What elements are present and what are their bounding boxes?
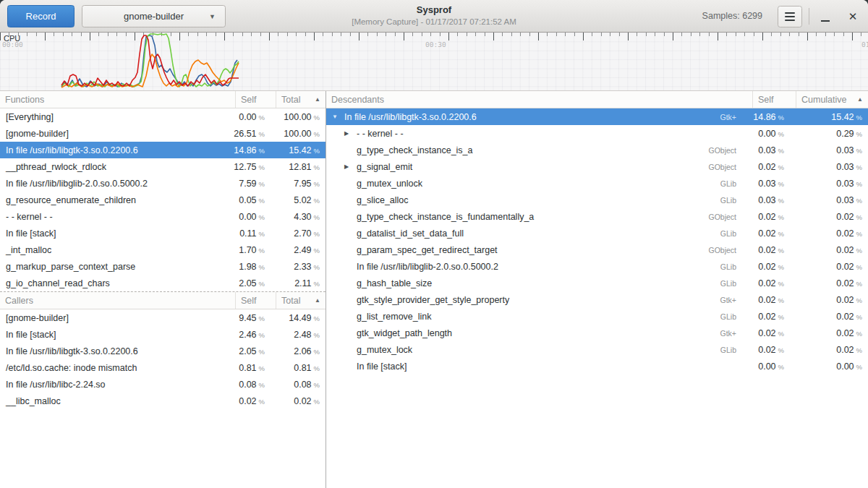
column-header-self[interactable]: Self bbox=[752, 91, 796, 108]
function-name: In file /usr/lib/libgtk-3.so.0.2200.6 bbox=[0, 145, 224, 155]
descendants-tree-row[interactable]: g_hash_table_sizeGLib0.02%0.02% bbox=[326, 275, 868, 291]
descendants-tree-row[interactable]: g_param_spec_get_redirect_targetGObject0… bbox=[326, 241, 868, 258]
total-percent: 5.02% bbox=[270, 195, 326, 205]
functions-table-row[interactable]: In file [stack]0.11%2.70% bbox=[0, 225, 326, 241]
chevron-down-icon: ▼ bbox=[209, 13, 216, 20]
total-value: 12.81 bbox=[289, 162, 311, 172]
percent-sign: % bbox=[778, 180, 784, 188]
descendants-tree-row[interactable]: In file /usr/lib/libglib-2.0.so.0.5000.2… bbox=[326, 258, 868, 275]
functions-table-row[interactable]: [Everything]0.00%100.00% bbox=[0, 108, 326, 125]
column-header-cumulative[interactable]: Cumulative ▲ bbox=[796, 91, 868, 108]
callers-table-row[interactable]: __libc_malloc0.02%0.02% bbox=[0, 393, 326, 409]
descendants-tree-row[interactable]: g_list_remove_linkGLib0.02%0.02% bbox=[326, 308, 868, 325]
expander-collapsed-icon[interactable]: ▶ bbox=[343, 163, 357, 170]
expander-collapsed-icon[interactable]: ▶ bbox=[343, 130, 357, 137]
hamburger-icon bbox=[785, 10, 795, 23]
functions-table: [Everything]0.00%100.00%[gnome-builder]2… bbox=[0, 108, 326, 291]
descendants-tree-row[interactable]: gtk_widget_path_lengthGtk+0.02%0.02% bbox=[326, 325, 868, 341]
callers-table-row[interactable]: In file /usr/lib/libc-2.24.so0.08%0.08% bbox=[0, 376, 326, 393]
descendants-tree-row[interactable]: g_type_check_instance_is_fundamentally_a… bbox=[326, 208, 868, 225]
descendants-tree-row[interactable]: g_datalist_id_set_data_fullGLib0.02%0.02… bbox=[326, 225, 868, 241]
left-pane: Functions Self Total ▲ [Everything]0.00%… bbox=[0, 91, 326, 488]
descendants-tree-row[interactable]: ▼In file /usr/lib/libgtk-3.so.0.2200.6Gt… bbox=[326, 108, 868, 125]
library-category-label: Gtk+ bbox=[720, 113, 741, 121]
minimize-icon bbox=[821, 20, 830, 22]
self-percent: 0.03% bbox=[741, 195, 790, 205]
functions-table-row[interactable]: - - kernel - -0.00%4.30% bbox=[0, 208, 326, 225]
descendants-tree-row[interactable]: ▶- - kernel - -0.00%0.29% bbox=[326, 125, 868, 142]
descendants-tree-row[interactable]: g_slice_allocGLib0.03%0.03% bbox=[326, 192, 868, 208]
functions-table-row[interactable]: g_resource_enumerate_children0.05%5.02% bbox=[0, 192, 326, 208]
functions-table-row[interactable]: [gnome-builder]26.51%100.00% bbox=[0, 125, 326, 142]
function-name: g_io_channel_read_chars bbox=[0, 278, 224, 288]
self-value: 0.05 bbox=[239, 195, 256, 205]
self-value: 0.00 bbox=[239, 212, 256, 222]
column-header-callers[interactable]: Callers bbox=[0, 292, 235, 309]
column-header-self[interactable]: Self bbox=[235, 91, 276, 108]
self-percent: 0.02% bbox=[741, 212, 790, 222]
descendants-tree-row[interactable]: g_mutex_lockGLib0.02%0.02% bbox=[326, 341, 868, 358]
descendant-name: g_mutex_lockGLib bbox=[326, 345, 741, 355]
expander-expanded-icon[interactable]: ▼ bbox=[331, 114, 344, 120]
total-value: 100.00 bbox=[284, 129, 311, 139]
self-percent: 2.05% bbox=[224, 346, 270, 356]
column-header-functions[interactable]: Functions bbox=[0, 91, 235, 108]
library-category-label: GObject bbox=[708, 246, 741, 254]
descendant-name: In file /usr/lib/libglib-2.0.so.0.5000.2… bbox=[326, 262, 741, 272]
library-category-label: GLib bbox=[720, 279, 741, 288]
self-percent: 9.45% bbox=[224, 313, 270, 323]
descendants-tree-row[interactable]: ▶g_signal_emitGObject0.02%0.03% bbox=[326, 158, 868, 175]
functions-table-row[interactable]: In file /usr/lib/libglib-2.0.so.0.5000.2… bbox=[0, 175, 326, 192]
callers-table-row[interactable]: In file /usr/lib/libgtk-3.so.0.2200.62.0… bbox=[0, 343, 326, 359]
functions-table-row[interactable]: __pthread_rwlock_rdlock12.75%12.81% bbox=[0, 158, 326, 175]
self-value: 9.45 bbox=[239, 313, 256, 323]
menu-button[interactable] bbox=[778, 6, 802, 27]
function-name: [gnome-builder] bbox=[0, 129, 224, 139]
self-value: 0.03 bbox=[758, 195, 775, 205]
headerbar-separator bbox=[809, 8, 809, 25]
close-button[interactable]: ✕ bbox=[842, 6, 864, 27]
total-value: 2.11 bbox=[294, 278, 311, 288]
total-value: 14.49 bbox=[289, 313, 311, 323]
cumulative-value: 0.02 bbox=[836, 345, 854, 355]
self-value: 0.00 bbox=[758, 129, 775, 139]
percent-sign: % bbox=[259, 147, 265, 155]
self-value: 2.46 bbox=[239, 330, 256, 340]
functions-table-row[interactable]: In file /usr/lib/libgtk-3.so.0.2200.614.… bbox=[0, 142, 326, 158]
percent-sign: % bbox=[778, 346, 784, 354]
process-selector-dropdown[interactable]: gnome-builder ▼ bbox=[82, 5, 226, 27]
functions-table-row[interactable]: g_io_channel_read_chars2.05%2.11% bbox=[0, 275, 326, 291]
percent-sign: % bbox=[856, 247, 862, 254]
descendants-tree-row[interactable]: gtk_style_provider_get_style_propertyGtk… bbox=[326, 291, 868, 308]
total-value: 2.06 bbox=[294, 346, 311, 356]
record-button[interactable]: Record bbox=[7, 5, 75, 27]
functions-table-row[interactable]: _int_malloc1.70%2.49% bbox=[0, 241, 326, 258]
cumulative-percent: 0.03% bbox=[790, 162, 868, 172]
total-percent: 7.95% bbox=[270, 179, 326, 189]
total-percent: 2.33% bbox=[270, 262, 326, 272]
self-percent: 0.02% bbox=[741, 328, 790, 338]
self-value: 0.81 bbox=[239, 363, 256, 373]
column-header-total[interactable]: Total ▲ bbox=[276, 91, 326, 108]
column-header-total[interactable]: Total ▲ bbox=[276, 292, 326, 309]
percent-sign: % bbox=[856, 197, 862, 205]
total-value: 0.81 bbox=[294, 363, 311, 373]
callers-table-row[interactable]: In file [stack]2.46%2.48% bbox=[0, 326, 326, 343]
self-percent: 14.86% bbox=[741, 112, 790, 122]
column-header-self[interactable]: Self bbox=[235, 292, 276, 309]
minimize-button[interactable] bbox=[814, 6, 836, 27]
self-percent: 2.46% bbox=[224, 330, 270, 340]
functions-table-row[interactable]: g_markup_parse_context_parse1.98%2.33% bbox=[0, 258, 326, 275]
cpu-graph[interactable]: CPU 00:0000:3001:00 bbox=[0, 33, 868, 91]
descendants-tree-row[interactable]: g_type_check_instance_is_aGObject0.03%0.… bbox=[326, 142, 868, 158]
process-selector-label: gnome-builder bbox=[124, 11, 184, 22]
callers-table-row[interactable]: /etc/ld.so.cache: inode mismatch0.81%0.8… bbox=[0, 359, 326, 376]
percent-sign: % bbox=[778, 330, 784, 338]
percent-sign: % bbox=[856, 114, 862, 121]
descendants-tree-row[interactable]: g_mutex_unlockGLib0.03%0.03% bbox=[326, 175, 868, 192]
percent-sign: % bbox=[856, 180, 862, 188]
column-header-descendants[interactable]: Descendants bbox=[326, 91, 752, 108]
callers-table-row[interactable]: [gnome-builder]9.45%14.49% bbox=[0, 309, 326, 326]
percent-sign: % bbox=[856, 147, 862, 155]
descendants-tree-row[interactable]: In file [stack]0.00%0.00% bbox=[326, 358, 868, 374]
